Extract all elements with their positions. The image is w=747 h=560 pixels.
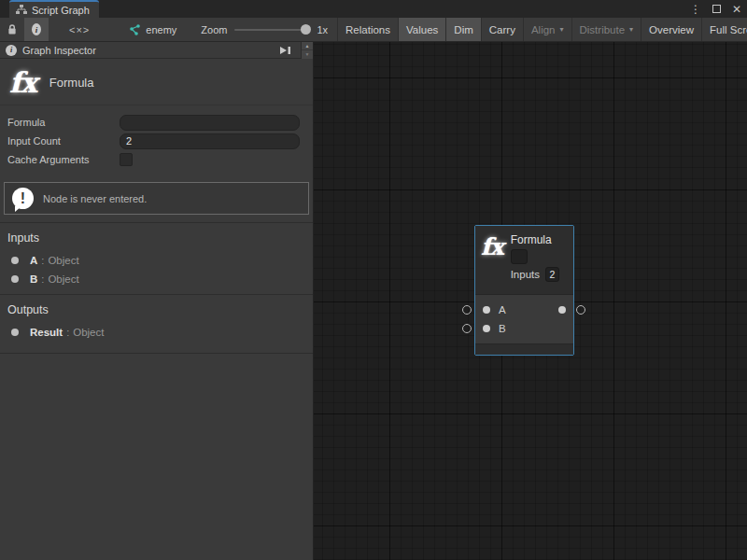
node-title-block: fx Formula (0, 59, 313, 105)
inputs-section: Inputs A : Object B : Object (0, 222, 313, 294)
formula-node-footer (475, 343, 573, 355)
graph-inspector-panel: i Graph Inspector ▲ ▼ fx Formula Formula (0, 42, 314, 560)
input-count-field-row: Input Count (0, 132, 313, 150)
distribute-dropdown-button[interactable]: Distribute ▾ (571, 18, 641, 41)
port-dot-icon (11, 329, 19, 336)
formula-node[interactable]: fx Formula Inputs 2 A B (474, 225, 574, 356)
code-preview-button[interactable]: <×> (49, 18, 110, 41)
lock-icon (7, 23, 17, 35)
zoom-control: Zoom 1x (191, 18, 337, 41)
zoom-slider-handle[interactable] (301, 24, 311, 35)
node-formula-input[interactable] (511, 249, 528, 264)
cache-arguments-row: Cache Arguments (0, 150, 313, 169)
unconnected-port-hint-b[interactable] (462, 324, 472, 333)
toolbar-button-group: Relations Values Dim Carry Align ▾ Distr… (337, 18, 747, 41)
tab-script-graph[interactable]: Script Graph (9, 0, 99, 18)
formula-fx-icon: fx (481, 235, 503, 294)
hierarchy-icon (16, 5, 27, 15)
graph-breadcrumb[interactable]: enemy (118, 18, 186, 41)
port-dot-icon (483, 306, 490, 314)
fullscreen-button[interactable]: Full Screen (701, 18, 747, 41)
list-item: A : Object (0, 251, 313, 270)
scroll-spinner: ▲ ▼ (301, 42, 313, 59)
dock-button[interactable] (275, 45, 295, 56)
inspector-toggle-button[interactable]: i (24, 18, 49, 41)
warning-icon: ! (12, 188, 34, 209)
unconnected-port-hint-result[interactable] (576, 305, 585, 315)
script-graph-window: Script Graph ⋮ ✕ i <×> (0, 0, 747, 560)
zoom-value: 1x (317, 24, 328, 35)
code-preview-icon: <×> (56, 24, 103, 35)
formula-node-ports: A B (475, 294, 573, 343)
warning-banner: ! Node is never entered. (4, 182, 309, 215)
chevron-down-icon: ▾ (559, 25, 563, 34)
maximize-icon[interactable] (712, 5, 721, 13)
spinner-up-button[interactable]: ▲ (302, 42, 313, 50)
info-icon: i (6, 45, 17, 56)
window-menu-icon[interactable]: ⋮ (690, 4, 701, 15)
formula-node-header: fx Formula Inputs 2 (475, 226, 573, 294)
output-port-result[interactable] (558, 306, 566, 314)
list-item: Result : Object (0, 323, 313, 342)
inspector-fields: Formula Input Count Cache Arguments (0, 105, 313, 173)
align-dropdown-button[interactable]: Align ▾ (523, 18, 571, 41)
dim-button[interactable]: Dim (445, 18, 480, 41)
node-title: Formula (511, 233, 559, 246)
overview-button[interactable]: Overview (641, 18, 701, 41)
formula-field-row: Formula (0, 113, 313, 132)
input-count-label: Input Count (7, 135, 120, 147)
zoom-label: Zoom (201, 24, 227, 35)
chevron-down-icon: ▾ (629, 25, 633, 34)
info-icon: i (32, 23, 41, 35)
port-dot-icon (483, 325, 490, 332)
relations-button[interactable]: Relations (337, 18, 398, 41)
port-dot-icon (11, 257, 19, 264)
inspector-header: i Graph Inspector ▲ ▼ (0, 42, 313, 59)
inputs-section-title: Inputs (0, 223, 313, 251)
node-inputs-count[interactable]: 2 (545, 267, 559, 282)
port-dot-icon (11, 275, 19, 283)
graph-canvas[interactable]: fx Formula Inputs 2 A B (314, 42, 747, 560)
tab-bar: Script Graph ⋮ ✕ (0, 0, 747, 18)
graph-toolbar: i <×> enemy Zoom 1x Relations (0, 18, 747, 42)
carry-button[interactable]: Carry (481, 18, 523, 41)
spinner-down-button[interactable]: ▼ (302, 49, 313, 59)
lock-button[interactable] (0, 18, 24, 41)
values-button[interactable]: Values (398, 18, 445, 41)
outputs-section: Outputs Result : Object (0, 294, 313, 347)
window-controls: ⋮ ✕ (690, 0, 741, 18)
unconnected-port-hint-a[interactable] (462, 305, 472, 315)
graph-icon (127, 24, 140, 35)
outputs-section-title: Outputs (0, 295, 313, 323)
input-count-input[interactable] (120, 133, 300, 149)
cache-arguments-label: Cache Arguments (7, 154, 120, 165)
cache-arguments-checkbox[interactable] (120, 153, 133, 166)
formula-fx-icon: fx (9, 66, 36, 99)
warning-text: Node is never entered. (43, 193, 147, 204)
dock-right-icon (278, 45, 291, 56)
node-inputs-label: Inputs (511, 269, 540, 280)
panel-empty-area (0, 347, 313, 354)
tab-label: Script Graph (32, 5, 90, 16)
formula-input[interactable] (120, 115, 300, 131)
close-icon[interactable]: ✕ (732, 4, 741, 15)
input-port-b[interactable]: B (475, 319, 573, 338)
graph-name: enemy (146, 24, 176, 35)
inspector-title: Graph Inspector (22, 45, 96, 56)
list-item: B : Object (0, 270, 313, 288)
node-title: Formula (49, 76, 94, 90)
zoom-slider[interactable] (234, 29, 309, 31)
formula-field-label: Formula (7, 117, 120, 128)
